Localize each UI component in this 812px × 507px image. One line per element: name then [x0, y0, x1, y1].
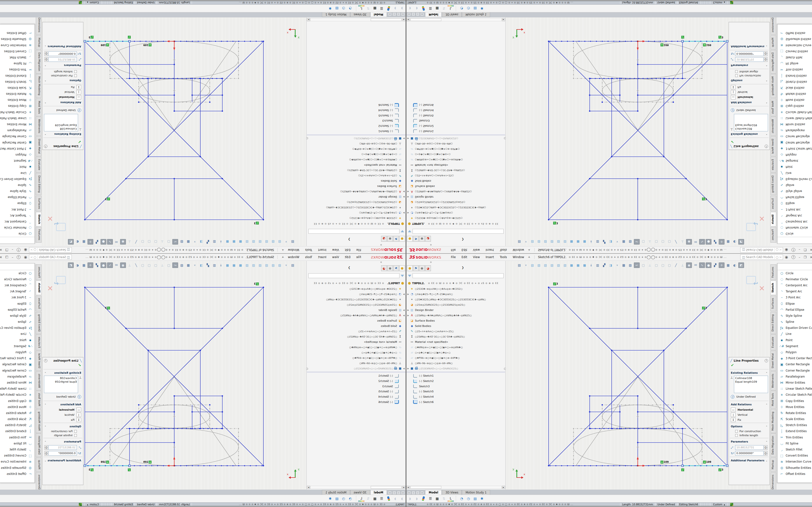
bottom-toolbar-icon[interactable]: ◷	[465, 6, 471, 11]
bottom-toolbar-icon[interactable]: ◗	[399, 496, 405, 501]
bottom-toolbar-icon[interactable]: L	[358, 496, 364, 501]
flyout-item[interactable]: ∿Spline	[0, 319, 35, 325]
add-relation-horizontal[interactable]: —Horizontal	[731, 95, 767, 100]
flyout-item[interactable]: ⌐Offset Entities	[0, 471, 35, 477]
tree-row[interactable]: Σ○25ИN◎∘✚AƱᵔ3Ɛ○∘○3ƐᵔƱA✚∘◎ИN25○	[406, 334, 505, 339]
horizontal-button-icon[interactable]: —	[731, 95, 735, 100]
flyout-item[interactable]: ▣Center Rectangle	[777, 361, 812, 368]
angle-spinner[interactable]: ▲▼	[45, 451, 48, 456]
tree-sketch-row[interactable]: (-)Sketch4	[307, 394, 406, 400]
flyout-item[interactable]: ┆Extend Entities	[777, 428, 812, 434]
bottom-toolbar-icon[interactable]: L	[358, 6, 364, 11]
search-icon[interactable]: ○	[774, 248, 779, 252]
tree-sketch-row[interactable]: (-)Sketch5	[307, 389, 406, 394]
flyout-item[interactable]: ▪Point	[0, 337, 35, 343]
tree-filter-input[interactable]	[412, 273, 504, 278]
length-input[interactable]: 10.88152731	[735, 445, 764, 450]
tab-sketch[interactable]: Sketch	[770, 281, 776, 295]
menu-file[interactable]: File	[448, 255, 459, 260]
option-1[interactable]: Infinite length	[43, 70, 77, 73]
model-tab-3d-views[interactable]: 3D Views	[350, 12, 370, 17]
flyout-item[interactable]: ∷Linear Sketch Pattern	[0, 115, 35, 121]
additional-parameters-header[interactable]: Additional Parameters⌄	[729, 458, 769, 463]
flyout-item[interactable]: ╱Line	[0, 170, 35, 176]
tree-sketch-row[interactable]: (-)Sketch1	[307, 128, 406, 134]
flyout-item[interactable]: ↻Rotate Entities	[0, 91, 35, 97]
flyout-item[interactable]: ◺Stretch Entities	[0, 422, 35, 428]
minimize-button[interactable]: –	[12, 256, 13, 259]
tab-weldments[interactable]: Weldments	[770, 371, 776, 390]
tab-features[interactable]: Features	[770, 264, 776, 280]
tree-row[interactable]: ▱○∙◎✚○✳◉[○∘○]◉✳○✚◎∙○	[406, 152, 505, 157]
flyout-item[interactable]: ✂Trim Entities	[0, 434, 35, 440]
flyout-item[interactable]: ◇Polygon	[0, 349, 35, 355]
flyout-item[interactable]: ⬚Convert Entities	[0, 453, 35, 459]
tree-row[interactable]: ⌖○25✚3Ɛ25○ИN◎∘✚ƆC3ЕƱ3Ɛ25○∘○253ЕƱ3ЕƆC✚∘◎И…	[307, 205, 406, 210]
relations-listbox[interactable]: Collinear108Equal length109	[734, 114, 768, 131]
flyout-item[interactable]: ▪Point	[777, 337, 812, 343]
flyout-item[interactable]: ◺Stretch Entities	[0, 79, 35, 85]
flyout-item[interactable]: ↻Rotate Entities	[777, 91, 812, 97]
bottom-toolbar-icon[interactable]: ✱	[479, 6, 485, 11]
flyout-item[interactable]: ⌒Centerpoint Arc	[0, 282, 35, 288]
expand-arrow-icon[interactable]: ▶	[402, 309, 406, 311]
displaymanager-tab[interactable]: ◕	[425, 265, 431, 271]
tab-mesh-modeling[interactable]: Mesh Modeling	[36, 74, 42, 98]
tab-markup[interactable]: Markup	[36, 457, 42, 472]
minimize-button[interactable]: –	[799, 248, 800, 252]
length-input[interactable]: 10.88152731	[48, 57, 77, 62]
pin-icon[interactable]: ➤	[281, 248, 285, 252]
tree-row[interactable]: ▶◔○Ʌ⊛◎✚25∘₹○∘○₹∘25✚◎⊛Ʌ○	[406, 210, 505, 216]
expand-arrow-icon[interactable]: ▶	[402, 191, 406, 193]
flyout-item[interactable]: ⇱Scale Entities	[777, 416, 812, 422]
flyout-item[interactable]: ⇱Scale Entities	[0, 85, 35, 91]
panel-tabs-chevron-icon[interactable]: ❯	[462, 238, 464, 241]
flyout-item[interactable]: ⇱Scale Entities	[0, 416, 35, 422]
tree-split-divider[interactable]	[406, 134, 505, 135]
flyout-item[interactable]: ≋Intersection Curve	[0, 459, 35, 465]
tree-row[interactable]: ▱○✚₹9ɓ∘⊛○✳◉[○∘○]◉✳○⊛∘ɓ9₹✚○	[307, 355, 406, 360]
tree-sketch-row[interactable]: Sketch3	[307, 118, 406, 123]
additional-parameters-header[interactable]: Additional Parameters⌄	[729, 44, 769, 49]
scroll-left-arrow[interactable]: ◀	[406, 18, 410, 21]
tree-sketch-row[interactable]: (-)Sketch2	[406, 379, 505, 384]
flyout-item[interactable]: ▪Point	[777, 164, 812, 170]
tree-row[interactable]: Σ○25ИN◎∘✚AƱᵔ3Ɛ○∘○3ƐᵔƱA✚∘◎ИN25○	[406, 168, 505, 173]
scroll-thumb[interactable]	[371, 486, 402, 489]
tree-row[interactable]: ▶A○25ИN◎∘✚A✚◎ИNA○∘○AИN◎✚A✚∘◎ИN25○	[406, 189, 505, 194]
search-box[interactable]: ◫ Search CAD Models ○ ▾	[740, 255, 783, 260]
flyout-item[interactable]: ✳Circular Sketch Pattern	[0, 109, 35, 115]
tree-row[interactable]: ▱○∙◎✚○✳◉[○∘○]◉✳○✚◎∙○	[307, 350, 406, 355]
flyout-item[interactable]: ƒxEquation Driven Curve	[0, 176, 35, 182]
bottom-toolbar-icon[interactable]	[387, 496, 390, 501]
expand-arrow-icon[interactable]: ▶	[402, 314, 406, 317]
flyout-item[interactable]: ≋Intersection Curve	[777, 459, 812, 465]
tab-mesh-modeling[interactable]: Mesh Modeling	[770, 409, 776, 433]
relation-entry[interactable]: Equal length109	[735, 123, 767, 127]
bottom-toolbar-icon[interactable]: ▦	[434, 496, 440, 501]
flyout-item[interactable]: ⊞Copy Entities	[777, 103, 812, 109]
vertical-button-icon[interactable]: |	[731, 90, 735, 95]
add-relation-vertical[interactable]: |Vertical	[45, 412, 81, 417]
flyout-item[interactable]: ↻Rotate Entities	[777, 410, 812, 416]
expand-arrow-icon[interactable]: ▶	[402, 212, 406, 214]
tree-row[interactable]: ★○253Ɛ✚∘⊛◎ʌAΦ○∘○ΦAʌ◎⊛∘✚Ɛ352○	[406, 216, 505, 221]
relations-listbox[interactable]: Collinear108Equal length109	[44, 114, 78, 131]
tree-sketch-row[interactable]: (-)Sketch5	[307, 113, 406, 118]
menu-edit[interactable]: Edit	[342, 247, 353, 252]
flyout-item[interactable]: ◞Sketch Fillet	[777, 446, 812, 452]
flyout-item[interactable]: ◞Sketch Fillet	[777, 54, 812, 60]
bottom-toolbar-icon[interactable]: ◔	[458, 6, 465, 11]
panel-collapse-handle[interactable]	[306, 137, 308, 139]
tab-nav-button[interactable]: ‹	[411, 12, 415, 16]
parameters-header[interactable]: Parameters⌃	[729, 439, 769, 444]
existing-relations-header[interactable]: Existing Relations⌃	[43, 370, 83, 375]
search-icon[interactable]: ○	[774, 256, 779, 259]
existing-relations-header[interactable]: Existing Relations⌃	[729, 370, 769, 375]
tree-sketch-row[interactable]: (-)Sketch6	[406, 102, 505, 108]
tree-row[interactable]: ✎○25∙∩✳⊛Am○∘○mA⊛✳∩∙25○	[307, 173, 406, 178]
tree-row[interactable]: ★○253Ɛ✚∘⊛◎ʌAΦ○∘○ΦAʌ◎⊛∘✚Ɛ352○	[307, 216, 406, 221]
tree-row[interactable]: ◆Solid Bodies	[406, 323, 505, 329]
tree-row[interactable]: ≔Material <not specified>	[307, 163, 406, 168]
flyout-item[interactable]: ✳Circular Sketch Pattern	[0, 392, 35, 398]
